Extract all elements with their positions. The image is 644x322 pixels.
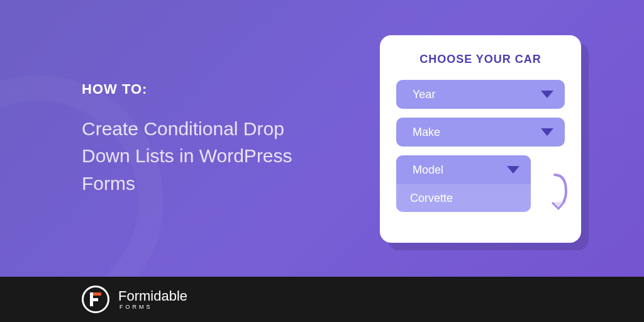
page-title: Create Conditional Drop Down Lists in Wo… bbox=[82, 115, 321, 197]
curved-arrow-icon bbox=[540, 172, 570, 218]
chevron-down-icon bbox=[507, 166, 519, 174]
model-dropdown[interactable]: Model bbox=[396, 155, 531, 184]
make-dropdown[interactable]: Make bbox=[396, 118, 565, 147]
model-option-label: Corvette bbox=[410, 192, 453, 205]
form-card-title: CHOOSE YOUR CAR bbox=[396, 53, 565, 66]
brand-subtitle: FORMS bbox=[119, 304, 187, 310]
howto-label: HOW TO: bbox=[82, 81, 342, 97]
main-content: HOW TO: Create Conditional Drop Down Lis… bbox=[0, 0, 644, 322]
year-dropdown-label: Year bbox=[413, 88, 435, 101]
brand-logo-icon bbox=[82, 286, 109, 313]
brand-name: Formidable bbox=[118, 289, 187, 303]
text-column: HOW TO: Create Conditional Drop Down Lis… bbox=[82, 81, 342, 197]
logo-f-mark bbox=[90, 292, 101, 306]
chevron-down-icon bbox=[541, 128, 553, 136]
make-dropdown-label: Make bbox=[413, 126, 440, 139]
footer-bar: Formidable FORMS bbox=[0, 277, 644, 322]
year-dropdown[interactable]: Year bbox=[396, 80, 565, 109]
model-dropdown-label: Model bbox=[413, 164, 443, 177]
form-card-wrapper: CHOOSE YOUR CAR Year Make Model Corvette bbox=[380, 35, 581, 243]
chevron-down-icon bbox=[541, 91, 553, 98]
form-card: CHOOSE YOUR CAR Year Make Model Corvette bbox=[380, 35, 581, 243]
brand-logo-text: Formidable FORMS bbox=[118, 289, 187, 310]
model-dropdown-option[interactable]: Corvette bbox=[396, 184, 531, 212]
